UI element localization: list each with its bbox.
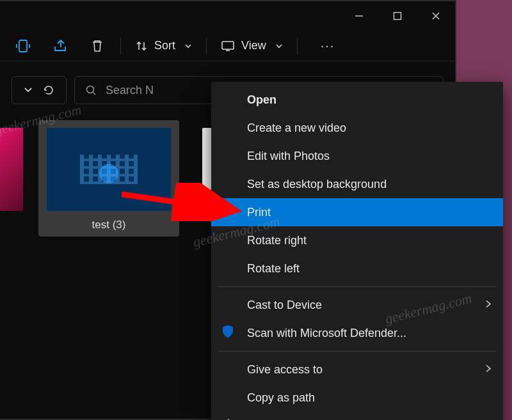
search-icon [85,84,97,96]
menu-rotate-left[interactable]: Rotate left [211,254,503,283]
sort-label: Sort [154,39,175,52]
thumbnail-image [0,128,23,211]
toolbar-separator [206,38,207,54]
search-placeholder: Search N [106,84,154,97]
menu-set-desktop-bg[interactable]: Set as desktop background [211,170,503,198]
toolbar: Sort View ··· [0,31,455,61]
submenu-arrow-icon [485,363,492,377]
submenu-arrow-icon [485,299,492,312]
svg-rect-5 [222,42,234,49]
view-icon [221,40,235,52]
maximize-button[interactable] [378,1,417,31]
shield-icon [221,325,234,342]
menu-copy-path[interactable]: Copy as path [211,384,503,412]
toolbar-separator [297,38,298,54]
svg-rect-1 [394,13,401,20]
menu-print[interactable]: Print [211,198,503,226]
chevron-down-icon [275,42,283,50]
menu-cast-to-device[interactable]: Cast to Device [211,291,503,319]
view-label: View [241,39,266,52]
window-titlebar [0,1,455,31]
menu-edit-photos[interactable]: Edit with Photos [211,142,503,170]
menu-rotate-right[interactable]: Rotate right [211,226,503,254]
menu-separator [218,286,497,287]
close-button[interactable] [417,1,455,31]
minimize-button[interactable] [340,1,378,31]
more-actions-button[interactable]: ··· [304,34,352,58]
menu-create-video[interactable]: Create a new video [211,114,503,142]
svg-line-8 [93,93,96,95]
thumbnail-item[interactable]: test (3) [38,120,179,237]
sort-dropdown[interactable]: Sort [127,34,200,58]
menu-open[interactable]: Open [211,86,503,114]
menu-separator [218,351,497,352]
thumbnail-label: test (3) [92,219,126,231]
chevron-down-icon [24,86,33,95]
svg-point-7 [87,86,94,93]
refresh-icon[interactable] [43,84,54,96]
svg-rect-4 [19,40,27,52]
toolbar-separator [120,38,121,54]
sort-icon [135,40,148,52]
thumbnail-item[interactable] [0,120,23,237]
menu-give-access[interactable]: Give access to [211,355,503,384]
menu-scan-defender[interactable]: Scan with Microsoft Defender... [211,319,503,347]
view-dropdown[interactable]: View [213,34,291,58]
delete-icon[interactable] [81,34,114,58]
thumbnail-image [47,128,171,211]
filter-pill[interactable] [12,76,67,104]
context-menu: Open Create a new video Edit with Photos… [211,82,503,420]
rotate-icon[interactable] [6,34,40,58]
chevron-down-icon [184,42,192,50]
menu-share[interactable]: Share [211,412,503,420]
share-icon[interactable] [44,34,77,58]
